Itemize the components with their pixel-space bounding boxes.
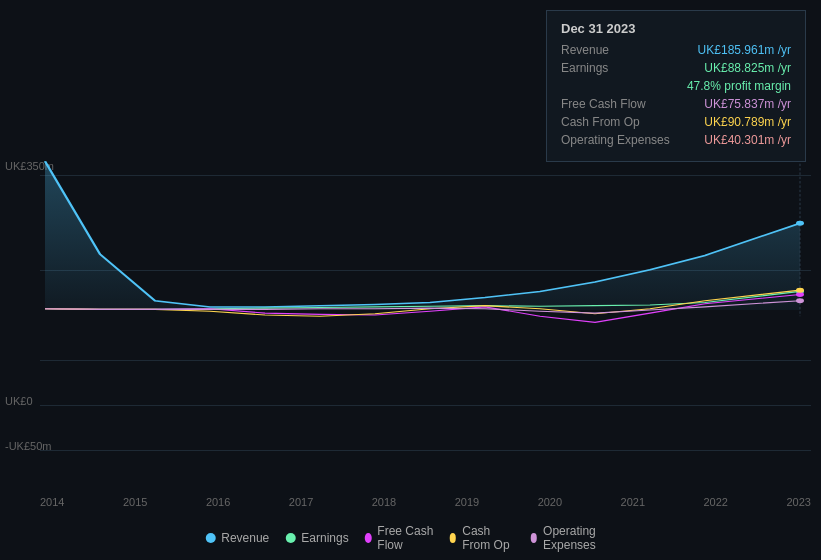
tooltip-label-fcf: Free Cash Flow [561, 97, 646, 111]
chart-legend: Revenue Earnings Free Cash Flow Cash Fro… [205, 524, 616, 552]
legend-item-revenue[interactable]: Revenue [205, 531, 269, 545]
tooltip-label-cfo: Cash From Op [561, 115, 640, 129]
x-label-2016: 2016 [206, 496, 230, 508]
dot-opex [796, 298, 804, 303]
tooltip-label-earnings: Earnings [561, 61, 608, 75]
legend-label-opex: Operating Expenses [543, 524, 616, 552]
legend-label-cfo: Cash From Op [462, 524, 514, 552]
x-label-2019: 2019 [455, 496, 479, 508]
chart-container: Dec 31 2023 Revenue UK£185.961m /yr Earn… [0, 0, 821, 560]
legend-dot-opex [530, 533, 537, 543]
legend-label-earnings: Earnings [301, 531, 348, 545]
tooltip-value-cfo: UK£90.789m /yr [704, 115, 791, 129]
x-label-2015: 2015 [123, 496, 147, 508]
tooltip-value-fcf: UK£75.837m /yr [704, 97, 791, 111]
x-label-2022: 2022 [704, 496, 728, 508]
legend-item-fcf[interactable]: Free Cash Flow [365, 524, 434, 552]
tooltip-box: Dec 31 2023 Revenue UK£185.961m /yr Earn… [546, 10, 806, 162]
tooltip-value-opex: UK£40.301m /yr [704, 133, 791, 147]
profit-margin-row: 47.8% profit margin [561, 79, 791, 93]
x-label-2020: 2020 [538, 496, 562, 508]
tooltip-row-earnings: Earnings UK£88.825m /yr [561, 61, 791, 75]
x-label-2018: 2018 [372, 496, 396, 508]
legend-item-cfo[interactable]: Cash From Op [450, 524, 515, 552]
dot-cfo [796, 288, 804, 293]
dot-revenue [796, 221, 804, 226]
x-label-2014: 2014 [40, 496, 64, 508]
tooltip-value-earnings: UK£88.825m /yr [704, 61, 791, 75]
tooltip-row-cfo: Cash From Op UK£90.789m /yr [561, 115, 791, 129]
tooltip-row-revenue: Revenue UK£185.961m /yr [561, 43, 791, 57]
legend-dot-cfo [450, 533, 457, 543]
tooltip-value-revenue: UK£185.961m /yr [698, 43, 791, 57]
x-axis-labels: 2014 2015 2016 2017 2018 2019 2020 2021 … [40, 496, 811, 508]
tooltip-row-opex: Operating Expenses UK£40.301m /yr [561, 133, 791, 147]
tooltip-label-revenue: Revenue [561, 43, 609, 57]
legend-dot-revenue [205, 533, 215, 543]
dot-fcf [796, 292, 804, 297]
chart-svg [0, 155, 821, 465]
revenue-fill [45, 161, 800, 310]
tooltip-row-fcf: Free Cash Flow UK£75.837m /yr [561, 97, 791, 111]
tooltip-label-opex: Operating Expenses [561, 133, 670, 147]
legend-label-fcf: Free Cash Flow [377, 524, 433, 552]
x-label-2021: 2021 [621, 496, 645, 508]
legend-label-revenue: Revenue [221, 531, 269, 545]
legend-dot-fcf [365, 533, 372, 543]
profit-margin-value: 47.8% profit margin [687, 79, 791, 93]
tooltip-title: Dec 31 2023 [561, 21, 791, 36]
legend-dot-earnings [285, 533, 295, 543]
x-label-2017: 2017 [289, 496, 313, 508]
legend-item-opex[interactable]: Operating Expenses [530, 524, 615, 552]
legend-item-earnings[interactable]: Earnings [285, 531, 348, 545]
x-label-2023: 2023 [786, 496, 810, 508]
